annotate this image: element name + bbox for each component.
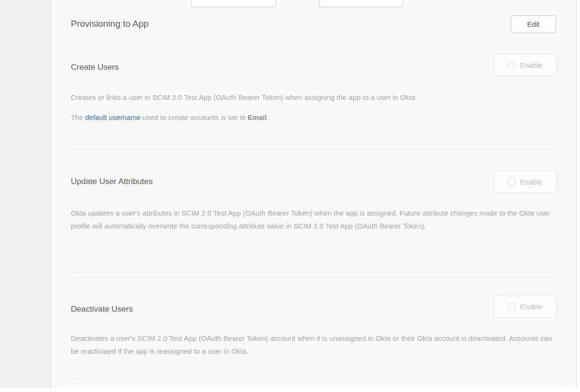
enable-toggle-label: Enable: [520, 303, 543, 311]
enable-toggle-label: Enable: [520, 61, 543, 69]
update-user-attributes-enable-toggle[interactable]: Enable: [493, 170, 557, 193]
section-divider: [71, 272, 556, 272]
section-heading-create-users: Create Users: [71, 63, 119, 72]
username-note-suffix: .: [267, 113, 268, 121]
create-users-username-note: The default username used to create acco…: [71, 111, 558, 124]
edit-button[interactable]: Edit: [511, 15, 556, 33]
username-note-prefix: The: [71, 113, 85, 121]
update-user-attributes-description: Okta updates a user's attributes in SCIM…: [71, 207, 558, 232]
username-note-value: Email: [247, 113, 267, 121]
section-heading-update-user-attributes: Update User Attributes: [71, 177, 153, 186]
create-users-enable-toggle[interactable]: Enable: [493, 54, 557, 76]
section-divider: [71, 149, 556, 149]
deactivate-users-description: Deactivates a user's SCIM 2.0 Test App (…: [71, 332, 558, 358]
provisioning-settings-panel: Provisioning to App Edit Create Users En…: [52, 0, 577, 388]
truncated-button-1[interactable]: [191, 0, 276, 7]
enable-toggle-label: Enable: [520, 178, 543, 186]
section-divider: [71, 383, 556, 384]
section-heading-deactivate-users: Deactivate Users: [71, 305, 133, 314]
truncated-button-2[interactable]: [319, 0, 403, 7]
page-title: Provisioning to App: [71, 19, 149, 29]
create-users-description: Creates or links a user in SCIM 2.0 Test…: [71, 91, 558, 104]
deactivate-users-enable-checkbox[interactable]: [508, 303, 515, 310]
default-username-link[interactable]: default username: [85, 113, 141, 121]
update-user-attributes-enable-checkbox[interactable]: [508, 178, 515, 185]
create-users-enable-checkbox[interactable]: [508, 62, 515, 69]
username-note-middle: used to create accounts is set to: [141, 113, 247, 121]
left-nav-sidebar: [0, 0, 51, 388]
deactivate-users-enable-toggle[interactable]: Enable: [493, 295, 557, 318]
